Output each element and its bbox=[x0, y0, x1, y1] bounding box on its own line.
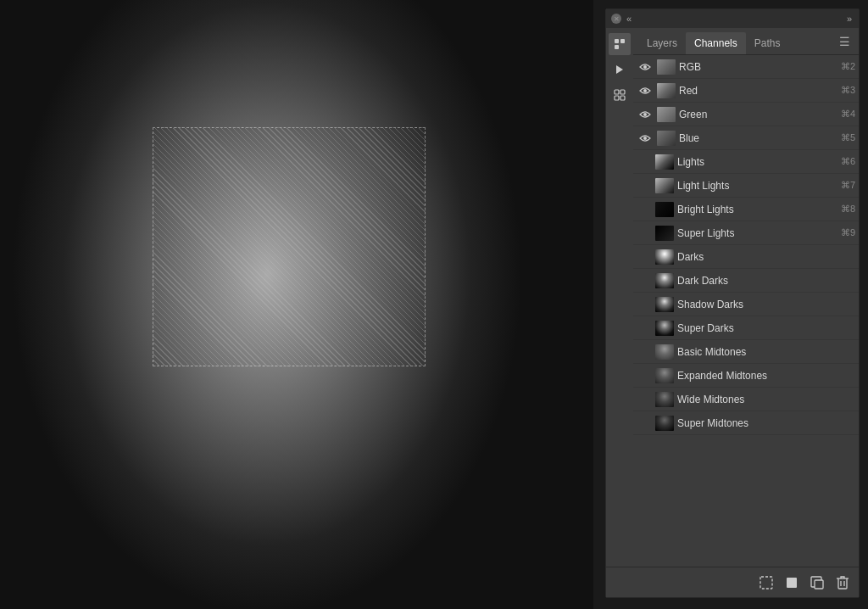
svg-rect-5 bbox=[620, 90, 625, 94]
channel-name-expanded-mid: Expanded Midtones bbox=[677, 370, 855, 382]
panel-close-button[interactable]: ✕ bbox=[611, 14, 621, 24]
channel-row-shadow-darks[interactable]: Shadow Darks bbox=[633, 293, 859, 316]
channel-row-super-lights[interactable]: Super Lights⌘9 bbox=[633, 221, 859, 245]
svg-rect-0 bbox=[615, 39, 619, 43]
channel-row-basic-mid[interactable]: Basic Midtones bbox=[633, 340, 859, 364]
channel-row-wide-mid[interactable]: Wide Midtones bbox=[633, 388, 859, 411]
svg-rect-2 bbox=[615, 45, 619, 49]
channel-row-expanded-mid[interactable]: Expanded Midtones bbox=[633, 364, 859, 388]
channel-name-red: Red bbox=[679, 85, 837, 97]
delete-channel-button[interactable] bbox=[833, 573, 852, 592]
play-icon[interactable] bbox=[609, 59, 631, 81]
checkbox-lights[interactable] bbox=[637, 155, 650, 169]
eye-icon-blue[interactable] bbox=[637, 130, 654, 147]
svg-rect-15 bbox=[815, 580, 823, 589]
panel-menu-icon[interactable]: ☰ bbox=[836, 31, 854, 52]
svg-point-10 bbox=[643, 113, 647, 116]
channel-row-green[interactable]: Green⌘4 bbox=[633, 103, 859, 126]
tab-layers[interactable]: Layers bbox=[638, 32, 686, 54]
eye-icon-red[interactable] bbox=[637, 82, 654, 99]
channel-thumb-rgb bbox=[657, 59, 676, 75]
channel-row-bright-lights[interactable]: Bright Lights⌘8 bbox=[633, 198, 859, 221]
eye-icon-green[interactable] bbox=[637, 106, 654, 123]
tab-bar: Layers Channels Paths ☰ bbox=[633, 28, 859, 55]
channel-name-lights: Lights bbox=[677, 156, 837, 168]
channel-row-red[interactable]: Red⌘3 bbox=[633, 79, 859, 103]
svg-rect-6 bbox=[615, 96, 619, 100]
checkbox-expanded-mid[interactable] bbox=[637, 369, 650, 383]
save-channel-button[interactable] bbox=[782, 573, 801, 592]
channel-shortcut-light-lights: ⌘7 bbox=[841, 180, 855, 191]
channel-row-super-darks[interactable]: Super Darks bbox=[633, 316, 859, 340]
panel-content: Layers Channels Paths ☰ RGB⌘2 Red⌘3 Gree… bbox=[633, 28, 859, 567]
checkbox-super-mid[interactable] bbox=[637, 416, 650, 430]
panel-controls-left: ✕ « bbox=[611, 14, 633, 24]
channel-shortcut-super-lights: ⌘9 bbox=[841, 227, 855, 238]
panel-arrows-right: » bbox=[845, 14, 854, 24]
channel-thumb-shadow-darks bbox=[655, 297, 674, 312]
svg-point-11 bbox=[643, 137, 647, 140]
load-selection-button[interactable] bbox=[757, 573, 776, 592]
svg-point-8 bbox=[643, 65, 647, 69]
channel-row-blue[interactable]: Blue⌘5 bbox=[633, 126, 859, 150]
layers-icon[interactable] bbox=[609, 84, 631, 106]
svg-rect-12 bbox=[760, 577, 772, 589]
channel-thumb-lights bbox=[655, 154, 674, 170]
checkbox-darks[interactable] bbox=[637, 250, 650, 264]
channels-panel: ✕ « » bbox=[605, 8, 860, 598]
panel-collapse-left[interactable]: « bbox=[625, 14, 633, 24]
channel-thumb-dark-darks bbox=[655, 273, 674, 288]
tab-channels[interactable]: Channels bbox=[686, 32, 746, 54]
channel-thumb-darks bbox=[655, 249, 674, 265]
checkbox-dark-darks[interactable] bbox=[637, 274, 650, 288]
channel-thumb-blue bbox=[657, 131, 676, 146]
photo-background bbox=[0, 0, 593, 609]
channel-shortcut-rgb: ⌘2 bbox=[841, 61, 855, 72]
channel-name-rgb: RGB bbox=[679, 61, 837, 73]
channel-name-blue: Blue bbox=[679, 132, 837, 144]
channel-name-darks: Darks bbox=[677, 251, 855, 263]
panel-footer bbox=[606, 567, 859, 597]
checkbox-super-lights[interactable] bbox=[637, 226, 650, 240]
checkbox-wide-mid[interactable] bbox=[637, 393, 650, 406]
eye-icon-rgb[interactable] bbox=[637, 59, 654, 75]
channel-row-darks[interactable]: Darks bbox=[633, 245, 859, 269]
panel-sidebar bbox=[606, 28, 633, 567]
channel-row-dark-darks[interactable]: Dark Darks bbox=[633, 269, 859, 293]
checkbox-super-darks[interactable] bbox=[637, 321, 650, 335]
checkbox-light-lights[interactable] bbox=[637, 179, 650, 193]
channel-name-wide-mid: Wide Midtones bbox=[677, 394, 855, 405]
channel-row-lights[interactable]: Lights⌘6 bbox=[633, 150, 859, 174]
channel-shortcut-red: ⌘3 bbox=[841, 85, 855, 96]
channel-thumb-basic-mid bbox=[655, 344, 674, 360]
channel-row-super-mid[interactable]: Super Midtones bbox=[633, 411, 859, 435]
channel-thumb-red bbox=[657, 83, 676, 98]
new-channel-button[interactable] bbox=[808, 573, 826, 592]
svg-marker-3 bbox=[616, 65, 623, 74]
checkbox-shadow-darks[interactable] bbox=[637, 298, 650, 311]
svg-rect-13 bbox=[787, 578, 797, 588]
channel-row-light-lights[interactable]: Light Lights⌘7 bbox=[633, 174, 859, 198]
channel-shortcut-green: ⌘4 bbox=[841, 109, 855, 120]
checkbox-bright-lights[interactable] bbox=[637, 203, 650, 216]
channel-name-basic-mid: Basic Midtones bbox=[677, 346, 855, 358]
channel-thumb-super-lights bbox=[655, 226, 674, 241]
channel-mixer-icon[interactable] bbox=[609, 33, 631, 55]
channel-name-dark-darks: Dark Darks bbox=[677, 275, 855, 287]
svg-rect-7 bbox=[620, 96, 625, 100]
channel-row-rgb[interactable]: RGB⌘2 bbox=[633, 55, 859, 79]
channel-name-light-lights: Light Lights bbox=[677, 180, 837, 192]
channel-thumb-super-darks bbox=[655, 321, 674, 336]
tab-paths[interactable]: Paths bbox=[746, 32, 789, 54]
svg-rect-1 bbox=[620, 39, 625, 43]
channel-name-green: Green bbox=[679, 109, 837, 120]
checkbox-basic-mid[interactable] bbox=[637, 345, 650, 359]
svg-rect-4 bbox=[615, 90, 619, 94]
channel-thumb-green bbox=[657, 107, 676, 122]
channels-list: RGB⌘2 Red⌘3 Green⌘4 Blue⌘5Lights⌘6Light … bbox=[633, 55, 859, 567]
channel-thumb-expanded-mid bbox=[655, 368, 674, 383]
channel-name-bright-lights: Bright Lights bbox=[677, 204, 837, 215]
channel-shortcut-bright-lights: ⌘8 bbox=[841, 204, 855, 215]
panel-expand-right[interactable]: » bbox=[845, 14, 854, 24]
svg-point-9 bbox=[643, 89, 647, 92]
